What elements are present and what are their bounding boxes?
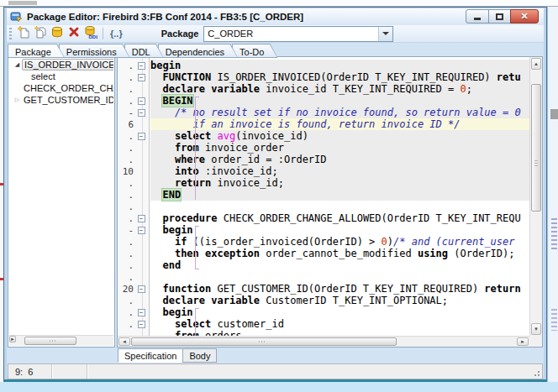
line-number: . <box>118 84 134 95</box>
gutter-row: 10 <box>118 165 149 177</box>
tree-scroll-thumb[interactable] <box>24 337 76 345</box>
background-fragment <box>551 218 557 252</box>
extract-ddl-button[interactable]: DDL <box>82 26 99 42</box>
code-line-18: end <box>150 259 529 271</box>
line-number: - <box>118 225 134 236</box>
editor-horizontal-scrollbar[interactable]: ◄ ► <box>118 336 529 347</box>
scroll-right-arrow[interactable]: ► <box>517 337 529 346</box>
tree-item-check-order-change-[interactable]: CHECK_ORDER_CHANGE_ <box>9 82 113 94</box>
compile-icon <box>50 25 64 42</box>
gutter-row: .− <box>118 212 149 224</box>
tab-permissions[interactable]: Permissions <box>59 44 130 58</box>
fold-collapse-icon[interactable]: − <box>138 321 145 328</box>
gutter-row: . <box>118 259 149 271</box>
fold-collapse-icon[interactable]: − <box>138 74 145 81</box>
drop-package-button[interactable] <box>66 26 82 42</box>
fold-collapse-icon[interactable]: − <box>138 97 145 105</box>
code-line-10: into :invoice_id; <box>150 165 529 177</box>
tree-horizontal-scrollbar[interactable]: ◄ ► <box>9 335 113 346</box>
code-line-6: if an invoice is found, return invoice I… <box>150 118 529 130</box>
tree-item-get-customer-id[interactable]: ▷GET_CUSTOMER_ID <box>9 94 113 106</box>
line-number: . <box>118 248 134 259</box>
scroll-grip <box>50 340 56 342</box>
gutter-row: -− <box>118 224 149 236</box>
editor-vertical-scrollbar[interactable]: ▲ ▼ <box>529 57 542 336</box>
tree-item-is-order-invoiced[interactable]: ◢IS_ORDER_INVOICED <box>9 59 113 71</box>
tab-specification[interactable]: Specification <box>118 348 183 363</box>
fold-collapse-icon[interactable]: − <box>138 309 145 316</box>
code-line-11: return invoice_id; <box>150 177 529 189</box>
gutter-row: .− <box>118 306 149 318</box>
fold-collapse-icon[interactable]: − <box>138 215 145 222</box>
svg-text:DDL: DDL <box>89 34 98 39</box>
fold-collapse-icon[interactable]: − <box>138 227 145 234</box>
line-number: . <box>118 72 134 83</box>
tree-item-select[interactable]: select <box>9 71 113 82</box>
fold-collapse-icon[interactable]: − <box>138 62 145 70</box>
background-fragment <box>550 109 558 119</box>
code-editor[interactable]: begin FUNCTION IS_ORDER_INVOICED(OrderID… <box>150 57 529 336</box>
scroll-grip <box>534 160 538 166</box>
close-icon: ✕ <box>520 12 528 21</box>
code-line-19 <box>150 271 529 283</box>
gutter-row: .− <box>118 318 149 330</box>
tab-label: Specification <box>124 351 176 361</box>
package-combobox-value: C_ORDER <box>204 29 378 39</box>
braces-icon[interactable]: {..} <box>107 29 126 39</box>
tab-ddl[interactable]: DDL <box>124 44 164 58</box>
block-guide-line <box>195 308 196 336</box>
tab-label: Dependencies <box>166 47 224 57</box>
gutter-row: 6 <box>118 118 149 130</box>
tab-body[interactable]: Body <box>182 348 217 363</box>
code-line-23: select customer_id <box>150 318 529 330</box>
new-package-button[interactable] <box>15 26 32 42</box>
copy-package-icon <box>34 25 47 42</box>
gutter-row: . <box>118 201 149 212</box>
compile-button[interactable] <box>49 26 66 42</box>
code-line-3: declare variable invoice_id T_KEY_INT_RE… <box>150 83 529 95</box>
scroll-right-arrow[interactable]: ► <box>9 336 16 342</box>
tab-package[interactable]: Package <box>8 44 65 58</box>
scroll-down-arrow[interactable]: ▼ <box>531 323 541 335</box>
collapsed-icon[interactable]: ▷ <box>13 97 22 103</box>
drop-package-icon <box>67 25 81 42</box>
scroll-up-arrow[interactable]: ▲ <box>531 58 541 70</box>
editor-hscroll-thumb[interactable] <box>131 337 397 346</box>
line-number: . <box>118 213 134 224</box>
package-combobox[interactable]: C_ORDER <box>203 26 393 42</box>
tab-dependencies[interactable]: Dependencies <box>158 44 238 58</box>
titlebar[interactable]: Package Editor: Firebird 3:FB Conf 2014 … <box>7 8 544 25</box>
copy-package-button[interactable] <box>32 26 49 42</box>
cursor-position: 9: 6 <box>8 364 52 379</box>
maximize-icon <box>496 13 503 20</box>
tab-label: Package <box>15 47 51 57</box>
close-button[interactable]: ✕ <box>510 9 539 24</box>
tree-item-label: IS_ORDER_INVOICED <box>22 59 113 71</box>
gutter-row: . <box>118 330 149 336</box>
maximize-button[interactable] <box>488 9 511 24</box>
code-line-1: begin <box>150 60 529 71</box>
code-line-4: BEGIN <box>150 95 529 107</box>
editor-vscroll-thumb[interactable] <box>531 84 541 212</box>
fold-collapse-icon[interactable]: − <box>138 285 145 293</box>
expanded-icon[interactable]: ◢ <box>13 61 22 68</box>
line-number: . <box>118 190 134 201</box>
gutter-row: . <box>118 154 149 165</box>
code-line-15: begin <box>150 224 529 236</box>
code-editor-panel: .−.−..−-−6.−..10....−-−....20−..−.−. beg… <box>117 56 543 348</box>
block-guide-line <box>195 226 196 269</box>
line-number: 20 <box>118 284 134 295</box>
fold-collapse-icon[interactable]: − <box>138 109 145 117</box>
toolbar-grip[interactable] <box>9 28 12 39</box>
fold-collapse-icon[interactable]: − <box>138 133 145 140</box>
code-line-14: procedure CHECK_ORDER_CHANGE_ALLOWED(Ord… <box>150 212 529 224</box>
minimize-icon <box>474 18 481 20</box>
background-app-right-strip <box>547 7 558 382</box>
tab-to-do[interactable]: To-Do <box>232 44 277 58</box>
minimize-button[interactable] <box>466 9 489 24</box>
scroll-left-arrow[interactable]: ◄ <box>118 337 130 346</box>
resize-grip[interactable] <box>532 368 540 377</box>
code-line-21: declare variable CustomerID T_KEY_INT_OP… <box>150 295 529 306</box>
package-combobox-dropdown-button[interactable] <box>378 27 392 41</box>
gutter-row: 20− <box>118 283 149 295</box>
